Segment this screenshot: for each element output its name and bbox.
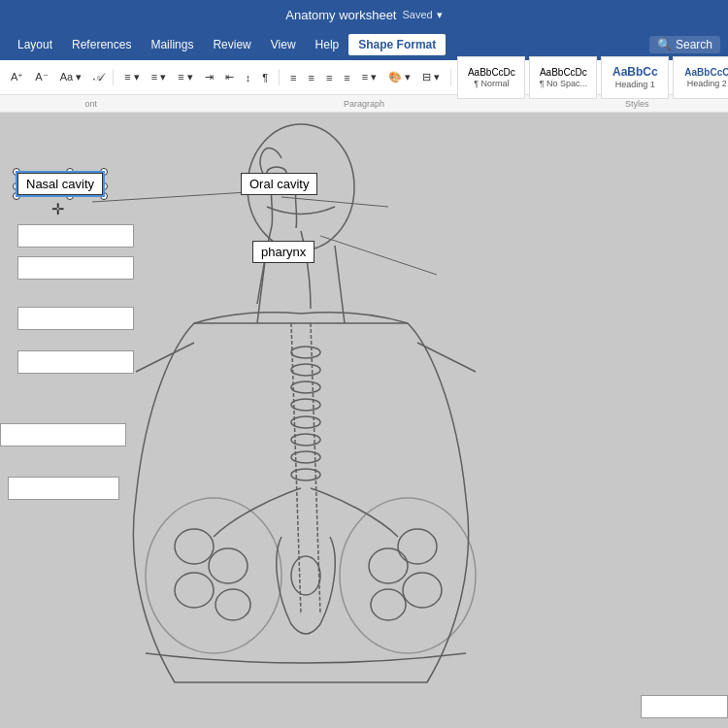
style-nospacing-preview: AaBbCcDc bbox=[540, 67, 587, 78]
menu-help[interactable]: Help bbox=[306, 34, 349, 55]
svg-point-12 bbox=[340, 498, 476, 653]
menu-review[interactable]: Review bbox=[203, 34, 260, 55]
style-normal-preview: AaBbCcDc bbox=[468, 67, 515, 78]
anatomy-drawing bbox=[0, 113, 728, 728]
svg-line-14 bbox=[92, 192, 248, 202]
save-status: Saved bbox=[402, 9, 432, 20]
svg-point-6 bbox=[291, 399, 320, 411]
empty-label-2[interactable] bbox=[17, 256, 134, 280]
align-left-btn[interactable]: ≡ bbox=[285, 70, 301, 85]
clear-format-btn[interactable]: 𝒜 bbox=[88, 69, 107, 85]
bullets-btn[interactable]: ≡ ▾ bbox=[119, 69, 144, 85]
list-group: ≡ ▾ ≡ ▾ ≡ ▾ ⇥ ⇤ ↕ ¶ bbox=[119, 69, 280, 85]
nasal-cavity-label-container: Nasal cavity ✛ bbox=[17, 173, 103, 195]
line-spacing-btn[interactable]: ≡ ▾ bbox=[357, 69, 381, 85]
menu-shape-format[interactable]: Shape Format bbox=[348, 34, 446, 55]
align-center-btn[interactable]: ≡ bbox=[304, 70, 319, 85]
document-title: Anatomy worksheet bbox=[285, 8, 396, 22]
search-label: Search bbox=[676, 38, 712, 51]
styles-section-label: Styles bbox=[546, 99, 729, 109]
svg-point-23 bbox=[403, 573, 442, 608]
svg-point-17 bbox=[175, 529, 214, 564]
svg-point-4 bbox=[291, 364, 320, 376]
align-group: ≡ ≡ ≡ ≡ ≡ ▾ 🎨 ▾ ⊟ ▾ bbox=[285, 69, 451, 85]
svg-point-3 bbox=[291, 347, 320, 358]
style-h2-label: Heading 2 bbox=[687, 79, 727, 88]
empty-label-1[interactable] bbox=[17, 224, 134, 248]
svg-point-24 bbox=[371, 589, 406, 620]
indent-more-btn[interactable]: ⇥ bbox=[200, 69, 218, 85]
font-shrink-btn[interactable]: A⁻ bbox=[30, 69, 52, 85]
style-no-spacing[interactable]: AaBbCcDc ¶ No Spac... bbox=[529, 56, 597, 99]
menu-mailings[interactable]: Mailings bbox=[141, 34, 203, 55]
svg-point-19 bbox=[175, 573, 214, 608]
empty-label-7[interactable] bbox=[641, 695, 728, 718]
empty-label-5[interactable] bbox=[0, 423, 126, 447]
numbering-btn[interactable]: ≡ ▾ bbox=[147, 69, 171, 85]
font-grow-btn[interactable]: A⁺ bbox=[6, 69, 28, 85]
style-heading2[interactable]: AaBbCcC Heading 2 bbox=[673, 56, 728, 99]
paragraph-section-label: Paragraph bbox=[182, 99, 546, 109]
document-area: Nasal cavity ✛ Oral cavity pharynx bbox=[0, 113, 728, 728]
svg-point-22 bbox=[369, 548, 408, 583]
svg-point-18 bbox=[209, 548, 248, 583]
title-bar: Anatomy worksheet Saved ▾ bbox=[0, 0, 728, 29]
nasal-cavity-label[interactable]: Nasal cavity bbox=[17, 173, 103, 195]
pharynx-text: pharynx bbox=[261, 245, 306, 259]
align-right-btn[interactable]: ≡ bbox=[321, 70, 337, 85]
empty-label-6[interactable] bbox=[8, 477, 119, 500]
font-size-group: A⁺ A⁻ Aa ▾ 𝒜 bbox=[6, 69, 114, 85]
svg-point-21 bbox=[398, 529, 437, 564]
svg-point-20 bbox=[215, 589, 250, 620]
indent-less-btn[interactable]: ⇤ bbox=[220, 69, 239, 85]
font-case-btn[interactable]: Aa ▾ bbox=[55, 69, 87, 85]
font-section-label: ont bbox=[0, 99, 182, 109]
search-area[interactable]: 🔍 Search bbox=[649, 36, 720, 53]
align-justify-btn[interactable]: ≡ bbox=[339, 70, 354, 85]
svg-point-7 bbox=[291, 416, 320, 428]
move-icon: ✛ bbox=[51, 200, 64, 218]
sort-btn[interactable]: ↕ bbox=[241, 70, 256, 85]
oral-cavity-text: Oral cavity bbox=[249, 177, 309, 191]
multilevel-btn[interactable]: ≡ ▾ bbox=[173, 69, 197, 85]
shading-btn[interactable]: 🎨 ▾ bbox=[383, 69, 415, 85]
oral-cavity-label[interactable]: Oral cavity bbox=[241, 173, 317, 195]
svg-line-27 bbox=[417, 343, 476, 372]
menu-references[interactable]: References bbox=[62, 34, 141, 55]
style-h1-preview: AaBbCc bbox=[612, 65, 658, 79]
nasal-cavity-text: Nasal cavity bbox=[26, 177, 94, 191]
borders-btn[interactable]: ⊟ ▾ bbox=[417, 69, 445, 85]
style-nospacing-label: ¶ No Spac... bbox=[540, 79, 587, 88]
style-h2-preview: AaBbCcC bbox=[684, 67, 728, 78]
svg-line-2 bbox=[335, 246, 345, 323]
empty-label-4[interactable] bbox=[17, 350, 134, 374]
empty-label-3[interactable] bbox=[17, 307, 134, 330]
menu-layout[interactable]: Layout bbox=[8, 34, 62, 55]
svg-point-5 bbox=[291, 381, 320, 393]
svg-line-15 bbox=[281, 197, 388, 207]
style-normal-label: ¶ Normal bbox=[474, 79, 509, 88]
pilcrow-btn[interactable]: ¶ bbox=[257, 70, 273, 85]
title-dropdown-icon[interactable]: ▾ bbox=[437, 9, 443, 21]
svg-point-11 bbox=[146, 498, 281, 653]
pharynx-label[interactable]: pharynx bbox=[252, 241, 314, 263]
svg-point-25 bbox=[291, 556, 320, 595]
menu-view[interactable]: View bbox=[261, 34, 306, 55]
style-h1-label: Heading 1 bbox=[615, 80, 655, 89]
style-normal[interactable]: AaBbCcDc ¶ Normal bbox=[457, 56, 525, 99]
svg-line-26 bbox=[136, 343, 194, 372]
styles-inline: AaBbCcDc ¶ Normal AaBbCcDc ¶ No Spac... … bbox=[457, 56, 728, 99]
toolbar-row-1: A⁺ A⁻ Aa ▾ 𝒜 ≡ ▾ ≡ ▾ ≡ ▾ ⇥ ⇤ ↕ ¶ ≡ ≡ ≡ ≡… bbox=[0, 60, 728, 95]
search-icon: 🔍 bbox=[657, 38, 672, 51]
section-labels-row: ont Paragraph Styles bbox=[0, 95, 728, 113]
style-heading1[interactable]: AaBbCc Heading 1 bbox=[601, 56, 669, 99]
